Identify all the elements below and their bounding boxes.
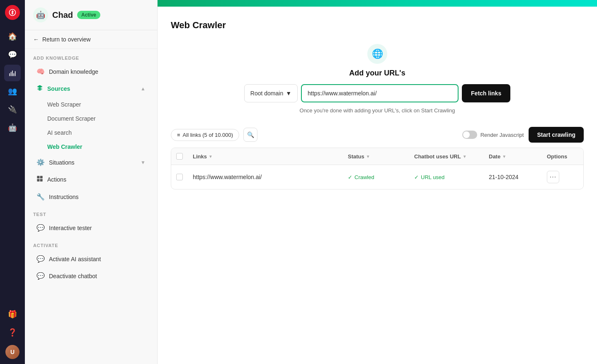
- sidebar-subitem-document-scraper[interactable]: Document Scraper: [28, 112, 154, 125]
- row-checkbox[interactable]: [176, 174, 183, 180]
- url-input[interactable]: [301, 84, 459, 102]
- svg-rect-1: [40, 176, 43, 178]
- url-used-label: URL used: [421, 174, 444, 180]
- sidebar-item-deactivate-chatbot[interactable]: 💬 Deactivate chatbot: [28, 268, 154, 284]
- options-header-label: Options: [547, 153, 567, 160]
- actions-label: Actions: [47, 176, 66, 183]
- agent-name: Chad: [52, 10, 73, 20]
- row-checkbox-cell: [171, 174, 188, 180]
- svg-rect-3: [40, 179, 43, 182]
- chatbot-uses-url-header-label: Chatbot uses URL: [414, 153, 461, 160]
- crawled-label: Crawled: [354, 174, 374, 180]
- situations-icon: ⚙️: [36, 158, 45, 166]
- gift-icon[interactable]: 🎁: [4, 306, 21, 323]
- bot-icon[interactable]: 🤖: [4, 119, 21, 136]
- situations-chevron-icon: ▼: [141, 160, 146, 165]
- render-js-toggle-label: Render Javascript: [462, 131, 524, 139]
- row-date: 21-10-2024: [489, 174, 519, 180]
- links-header-label: Links: [193, 153, 207, 160]
- date-sort-icon[interactable]: ▼: [502, 154, 506, 159]
- user-avatar[interactable]: U: [5, 345, 19, 359]
- app-logo[interactable]: [5, 5, 20, 20]
- sources-chevron-icon: ▲: [141, 86, 146, 92]
- filter-label: All links (5 of 10.000): [183, 132, 233, 138]
- brain-icon: 🧠: [36, 68, 45, 75]
- domain-knowledge-label: Domain knowledge: [49, 68, 98, 75]
- table-row: https://www.watermelon.ai/ ✓ Crawled ✓ U…: [171, 165, 583, 189]
- row-url-used-cell: ✓ URL used: [409, 174, 484, 180]
- main-inner: Web Crawler 🌐 Add your URL's Root domain…: [158, 7, 597, 364]
- th-date: Date ▼: [484, 153, 542, 160]
- back-button[interactable]: ← Return to overview: [25, 30, 157, 49]
- url-used: ✓ URL used: [414, 174, 479, 180]
- row-url: https://www.watermelon.ai/: [193, 174, 262, 180]
- sidebar-item-interactive-tester[interactable]: 💬 Interactive tester: [28, 220, 154, 236]
- tester-icon: 💬: [36, 224, 45, 232]
- links-sort-icon[interactable]: ▼: [209, 154, 213, 159]
- situations-label: Situations: [49, 159, 74, 166]
- integrations-icon[interactable]: 🔌: [4, 101, 21, 118]
- links-table: Links ▼ Status ▼ Chatbot uses URL ▼ Date…: [171, 148, 584, 189]
- icon-rail: 🏠 💬 👥 🔌 🤖 🎁 ❓ U: [0, 0, 25, 364]
- actions-icon: [36, 175, 43, 184]
- sidebar-subitem-web-scraper[interactable]: Web Scraper: [28, 98, 154, 111]
- activate-icon: 💬: [36, 255, 45, 263]
- test-label: TEST: [25, 205, 157, 219]
- controls-right: Render Javascript Start crawling: [462, 127, 584, 143]
- agent-avatar: 🤖: [33, 7, 48, 22]
- domain-select-chevron-icon: ▼: [286, 90, 291, 97]
- select-all-checkbox[interactable]: [176, 153, 183, 160]
- activate-ai-label: Activate AI assistant: [49, 256, 101, 262]
- row-options-cell: ···: [542, 171, 583, 183]
- back-arrow-icon: ←: [33, 36, 39, 43]
- status-sort-icon[interactable]: ▼: [366, 154, 370, 159]
- sidebar-item-instructions[interactable]: 🔧 Instructions: [28, 189, 154, 205]
- globe-icon: 🌐: [367, 44, 387, 64]
- analytics-icon[interactable]: [4, 65, 21, 81]
- page-title: Web Crawler: [171, 20, 584, 31]
- deactivate-icon: 💬: [36, 272, 45, 280]
- top-gradient-bar: [158, 0, 597, 7]
- status-badge: Active: [77, 11, 100, 19]
- home-icon[interactable]: 🏠: [4, 28, 21, 45]
- url-input-row: Root domain ▼ Fetch links: [244, 84, 510, 102]
- instructions-label: Instructions: [49, 194, 79, 200]
- th-checkbox: [171, 153, 188, 160]
- document-scraper-label: Document Scraper: [47, 115, 96, 122]
- sidebar: 🤖 Chad Active ← Return to overview ADD K…: [25, 0, 158, 364]
- users-icon[interactable]: 👥: [4, 83, 21, 99]
- sidebar-item-situations[interactable]: ⚙️ Situations ▼: [28, 154, 154, 170]
- web-crawler-label: Web Crawler: [47, 143, 83, 150]
- help-icon[interactable]: ❓: [4, 324, 21, 341]
- main-content: Web Crawler 🌐 Add your URL's Root domain…: [158, 0, 597, 364]
- start-crawling-button[interactable]: Start crawling: [529, 127, 584, 143]
- ai-search-label: AI search: [47, 129, 72, 136]
- th-options: Options: [542, 153, 583, 160]
- sources-icon: [36, 85, 43, 93]
- svg-rect-2: [37, 179, 39, 182]
- web-scraper-label: Web Scraper: [47, 101, 81, 108]
- sidebar-subitem-ai-search[interactable]: AI search: [28, 126, 154, 139]
- svg-rect-0: [37, 176, 39, 178]
- render-js-toggle[interactable]: [462, 131, 477, 139]
- chatbot-sort-icon[interactable]: ▼: [463, 154, 467, 159]
- interactive-tester-label: Interactive tester: [49, 225, 92, 231]
- sidebar-item-actions[interactable]: Actions: [28, 171, 154, 188]
- domain-select[interactable]: Root domain ▼: [244, 84, 298, 102]
- fetch-links-button[interactable]: Fetch links: [462, 84, 510, 102]
- filter-button[interactable]: ≡ All links (5 of 10.000): [171, 129, 239, 141]
- sidebar-item-activate-ai[interactable]: 💬 Activate AI assistant: [28, 251, 154, 267]
- chat-icon[interactable]: 💬: [4, 46, 21, 63]
- sidebar-item-sources[interactable]: Sources ▲: [28, 80, 154, 97]
- render-js-label: Render Javascript: [481, 132, 524, 138]
- domain-select-label: Root domain: [250, 90, 283, 97]
- table-controls: ≡ All links (5 of 10.000) 🔍 Render Javas…: [171, 127, 584, 143]
- th-chatbot-uses-url: Chatbot uses URL ▼: [409, 153, 484, 160]
- row-options-button[interactable]: ···: [547, 171, 559, 183]
- url-used-check-icon: ✓: [414, 174, 419, 180]
- sidebar-subitem-web-crawler[interactable]: Web Crawler: [28, 140, 154, 153]
- hint-text: Once you're done with adding your URL's,…: [300, 107, 455, 114]
- search-button[interactable]: 🔍: [243, 128, 257, 142]
- add-url-title: Add your URL's: [349, 69, 405, 78]
- sidebar-item-domain-knowledge[interactable]: 🧠 Domain knowledge: [28, 63, 154, 80]
